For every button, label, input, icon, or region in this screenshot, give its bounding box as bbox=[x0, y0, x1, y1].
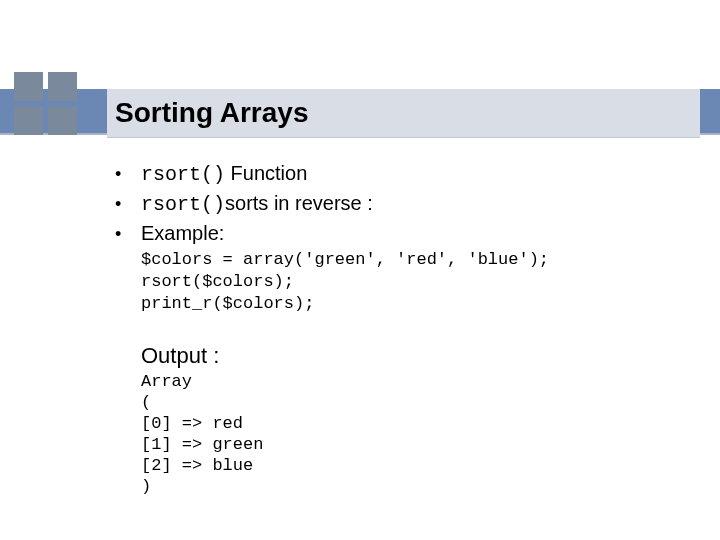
bullet-dot-icon: • bbox=[115, 221, 141, 247]
decorative-row bbox=[14, 72, 77, 101]
square-icon bbox=[48, 72, 77, 101]
slide: Sorting Arrays • rsort() Function • rsor… bbox=[0, 0, 720, 540]
bullet-text: rsort() Function bbox=[141, 160, 307, 188]
title-bar: Sorting Arrays bbox=[107, 88, 700, 138]
decorative-row bbox=[14, 106, 77, 135]
square-icon bbox=[14, 72, 43, 101]
slide-body: • rsort() Function • rsort()sorts in rev… bbox=[115, 160, 690, 497]
decorative-squares bbox=[0, 72, 77, 134]
inline-code: rsort() bbox=[141, 163, 225, 186]
bullet-text: rsort()sorts in reverse : bbox=[141, 190, 373, 218]
square-icon bbox=[14, 106, 43, 135]
bullet-item: • rsort() Function bbox=[115, 160, 690, 188]
bullet-dot-icon: • bbox=[115, 161, 141, 187]
bullet-text: Example: bbox=[141, 220, 224, 246]
output-block: Array ( [0] => red [1] => green [2] => b… bbox=[141, 371, 690, 497]
bullet-text-rest: sorts in reverse : bbox=[225, 192, 373, 214]
page-title: Sorting Arrays bbox=[115, 97, 308, 129]
bullet-text-rest: Function bbox=[225, 162, 307, 184]
inline-code: rsort() bbox=[141, 193, 225, 216]
bullet-dot-icon: • bbox=[115, 191, 141, 217]
bullet-item: • rsort()sorts in reverse : bbox=[115, 190, 690, 218]
square-icon bbox=[48, 106, 77, 135]
decorative-column bbox=[14, 72, 77, 135]
output-heading: Output : bbox=[141, 343, 690, 369]
code-block: $colors = array('green', 'red', 'blue');… bbox=[141, 249, 690, 315]
bullet-item: • Example: bbox=[115, 220, 690, 247]
